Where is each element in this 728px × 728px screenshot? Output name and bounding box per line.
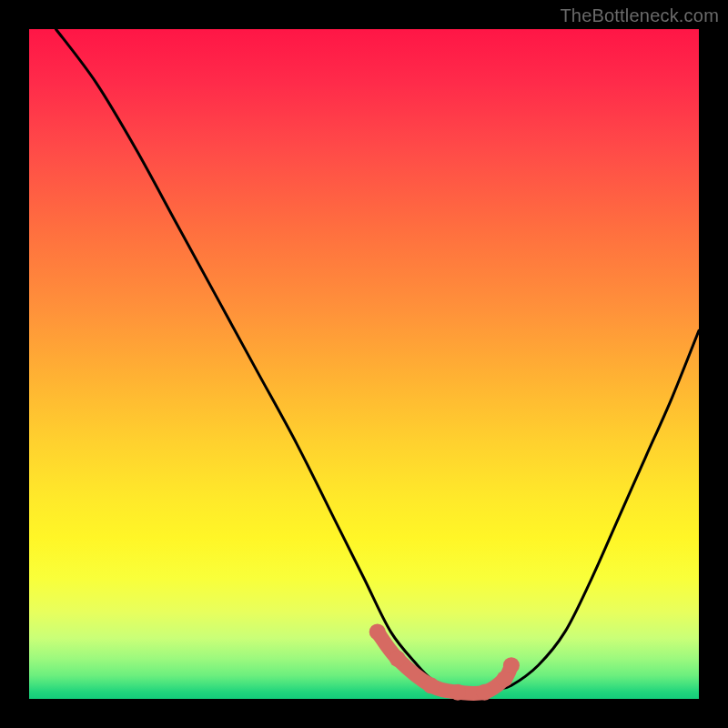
curve-group: [56, 29, 699, 691]
plot-area: [29, 29, 699, 699]
watermark-text: TheBottleneck.com: [560, 5, 719, 26]
bottleneck-curve: [56, 29, 699, 691]
highlight-dot: [450, 684, 466, 701]
chart-frame: TheBottleneck.com: [0, 0, 728, 728]
highlight-dot: [389, 651, 406, 667]
highlight-dot: [369, 623, 386, 640]
highlight-dot: [476, 684, 492, 701]
curve-svg: [29, 29, 699, 699]
highlight-dot: [503, 657, 520, 673]
highlight-dot: [423, 677, 440, 693]
